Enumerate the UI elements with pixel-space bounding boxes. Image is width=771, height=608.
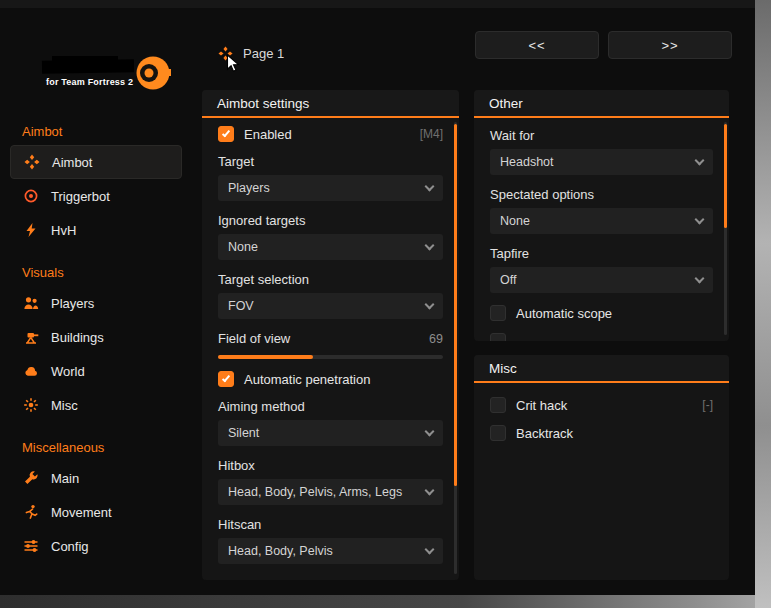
tapfire-dropdown[interactable]: Off xyxy=(490,267,713,293)
enabled-checkbox[interactable] xyxy=(218,126,234,142)
panel-body: Wait for Headshot Spectated options None… xyxy=(474,118,729,341)
keybind-tag[interactable]: [-] xyxy=(702,398,713,412)
panel-body: Enabled [M4] Target Players Ignored targ… xyxy=(202,118,459,574)
desktop-background-right xyxy=(755,0,771,608)
sidebar-item-label: Main xyxy=(51,471,79,486)
sidebar-item-config[interactable]: Config xyxy=(10,529,182,563)
sidebar-nav: Aimbot Aimbot xyxy=(0,118,192,563)
scrollbar-thumb[interactable] xyxy=(724,124,727,228)
sidebar-item-players[interactable]: Players xyxy=(10,286,182,320)
target-selection-label: Target selection xyxy=(218,272,443,287)
sidebar-item-label: Players xyxy=(51,296,94,311)
spectated-options-label: Spectated options xyxy=(490,187,713,202)
chevron-down-icon xyxy=(695,214,705,224)
sidebar-item-triggerbot[interactable]: Triggerbot xyxy=(10,179,182,213)
crit-hack-row[interactable]: Crit hack [-] xyxy=(490,397,713,413)
keybind-tag[interactable]: [M4] xyxy=(420,127,443,141)
aiming-method-dropdown[interactable]: Silent xyxy=(218,420,443,446)
chevron-down-icon xyxy=(425,299,435,309)
aimbot-settings-panel: Aimbot settings Enabled [M4] Target Play… xyxy=(202,90,459,580)
target-selection-dropdown[interactable]: FOV xyxy=(218,293,443,319)
backtrack-checkbox[interactable] xyxy=(490,425,506,441)
sidebar-item-aimbot[interactable]: Aimbot xyxy=(10,145,182,179)
fov-value: 69 xyxy=(429,332,443,346)
gear-icon xyxy=(22,396,40,414)
sidebar-section-aimbot: Aimbot xyxy=(22,124,192,139)
panel-title: Aimbot settings xyxy=(202,90,459,118)
checkbox-label: Automatic scope xyxy=(516,306,612,321)
sidebar-item-label: Triggerbot xyxy=(51,189,110,204)
running-icon xyxy=(22,503,40,521)
sentry-icon xyxy=(22,328,40,346)
bullseye-icon xyxy=(22,187,40,205)
wrench-icon xyxy=(22,469,40,487)
aimbot-scrollbar[interactable] xyxy=(454,122,457,574)
cheat-menu-window: for Team Fortress 2 Aimbot Aimbot xyxy=(0,8,755,595)
next-page-button[interactable]: >> xyxy=(608,31,732,59)
chevron-down-icon xyxy=(425,544,435,554)
checkbox-label: Backtrack xyxy=(516,426,573,441)
automatic-scope-checkbox[interactable] xyxy=(490,305,506,321)
clipped-option-checkbox[interactable] xyxy=(490,333,506,341)
sidebar-item-misc[interactable]: Misc xyxy=(10,388,182,422)
dropdown-value: Off xyxy=(500,273,516,287)
other-scrollbar[interactable] xyxy=(724,122,727,335)
other-panel: Other Wait for Headshot Spectated option… xyxy=(474,90,729,341)
hitscan-dropdown[interactable]: Head, Body, Pelvis xyxy=(218,538,443,564)
chevron-down-icon xyxy=(695,155,705,165)
wait-for-dropdown[interactable]: Headshot xyxy=(490,149,713,175)
sidebar-item-buildings[interactable]: Buildings xyxy=(10,320,182,354)
checkbox-label: Crit hack xyxy=(516,398,567,413)
sidebar-item-world[interactable]: World xyxy=(10,354,182,388)
chevron-down-icon xyxy=(695,273,705,283)
prev-page-button[interactable]: << xyxy=(475,31,599,59)
dropdown-value: Head, Body, Pelvis, Arms, Legs xyxy=(228,485,402,499)
hitbox-dropdown[interactable]: Head, Body, Pelvis, Arms, Legs xyxy=(218,479,443,505)
sidebar-item-hvh[interactable]: HvH xyxy=(10,213,182,247)
dropdown-value: Headshot xyxy=(500,155,554,169)
chevron-down-icon xyxy=(425,485,435,495)
fov-label: Field of view xyxy=(218,331,290,346)
dropdown-value: Silent xyxy=(228,426,259,440)
automatic-penetration-checkbox[interactable] xyxy=(218,371,234,387)
sidebar-item-label: Aimbot xyxy=(52,155,92,170)
sidebar-item-main[interactable]: Main xyxy=(10,461,182,495)
spectated-options-dropdown[interactable]: None xyxy=(490,208,713,234)
enabled-row[interactable]: Enabled [M4] xyxy=(218,126,443,142)
automatic-scope-row[interactable]: Automatic scope xyxy=(490,305,713,321)
backtrack-row[interactable]: Backtrack xyxy=(490,425,713,441)
crosshair-icon xyxy=(23,153,41,171)
brand-logo-icon xyxy=(134,54,172,92)
dropdown-value: None xyxy=(228,240,258,254)
sidebar-item-label: Config xyxy=(51,539,89,554)
brand-name-censored xyxy=(42,59,134,74)
scrollbar-thumb[interactable] xyxy=(454,124,457,486)
tapfire-label: Tapfire xyxy=(490,246,713,261)
sidebar-item-label: Buildings xyxy=(51,330,104,345)
fov-slider-fill xyxy=(218,355,313,359)
players-icon xyxy=(22,294,40,312)
sidebar: for Team Fortress 2 Aimbot Aimbot xyxy=(0,8,192,595)
lightning-icon xyxy=(22,221,40,239)
target-dropdown[interactable]: Players xyxy=(218,175,443,201)
chevron-down-icon xyxy=(425,181,435,191)
desktop-background-bottom xyxy=(0,595,771,608)
automatic-penetration-row[interactable]: Automatic penetration xyxy=(218,371,443,387)
sidebar-item-movement[interactable]: Movement xyxy=(10,495,182,529)
brand-logo: for Team Fortress 2 xyxy=(42,56,192,104)
sidebar-item-label: HvH xyxy=(51,223,76,238)
dropdown-value: Head, Body, Pelvis xyxy=(228,544,333,558)
sliders-icon xyxy=(22,537,40,555)
chevron-down-icon xyxy=(425,240,435,250)
aiming-method-label: Aiming method xyxy=(218,399,443,414)
crit-hack-checkbox[interactable] xyxy=(490,397,506,413)
brand-tagline: for Team Fortress 2 xyxy=(46,77,133,87)
sidebar-item-label: World xyxy=(51,364,85,379)
ignored-targets-dropdown[interactable]: None xyxy=(218,234,443,260)
clipped-option-row[interactable] xyxy=(490,333,713,341)
sidebar-section-visuals: Visuals xyxy=(22,265,192,280)
checkbox-label: Automatic penetration xyxy=(244,372,370,387)
panel-body: Crit hack [-] Backtrack xyxy=(474,383,729,451)
fov-slider[interactable] xyxy=(218,355,443,359)
sidebar-section-miscellaneous: Miscellaneous xyxy=(22,440,192,455)
